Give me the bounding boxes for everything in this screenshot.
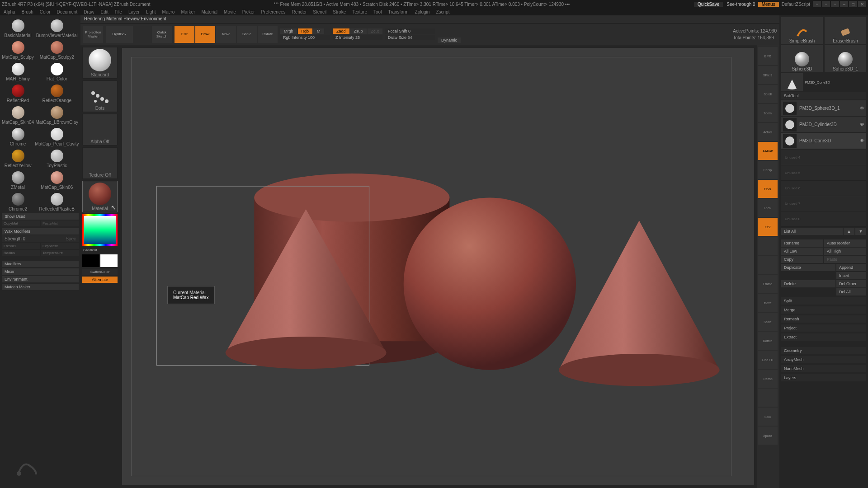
menu-macro[interactable]: Macro xyxy=(162,9,175,14)
menu-zscript[interactable]: Zscript xyxy=(436,9,449,14)
menu-render[interactable]: Render xyxy=(292,9,307,14)
del-other-button[interactable]: Del Other xyxy=(836,280,866,287)
switchcolor-button[interactable]: SwitchColor xyxy=(82,269,118,275)
material-reflectedplasticb[interactable]: ReflectedPlasticB xyxy=(35,191,79,211)
quicksave-button[interactable]: QuickSave xyxy=(694,2,723,7)
split-section[interactable]: Split xyxy=(781,297,866,305)
material-slot[interactable]: Material ↖ xyxy=(82,181,118,212)
material-matcap_skin06[interactable]: MatCap_Skin06 xyxy=(35,169,79,190)
material-bumpviewermaterial[interactable]: BumpViewerMaterial xyxy=(35,17,79,38)
project-section[interactable]: Project xyxy=(781,324,866,332)
append-button[interactable]: Append xyxy=(836,264,866,271)
duplicate-button[interactable]: Duplicate xyxy=(781,264,835,271)
seethrough-slider[interactable]: See-through 0 xyxy=(724,2,758,7)
rdock-spix-3[interactable]: SPix 3 xyxy=(758,66,778,84)
mrgb-button[interactable]: Mrgb xyxy=(280,28,297,34)
rdock-frame[interactable]: Frame xyxy=(758,275,778,293)
material-matcap_pearl_cavity[interactable]: MatCap_Pearl_Cavity xyxy=(35,126,79,146)
menu-color[interactable]: Color xyxy=(40,9,51,14)
dynamic-button[interactable]: Dynamic xyxy=(438,38,461,43)
maximize-icon[interactable]: □ xyxy=(849,1,857,7)
move-button[interactable]: Move xyxy=(216,26,236,43)
rgb-button[interactable]: Rgb xyxy=(298,28,313,34)
material-zmetal[interactable]: ZMetal xyxy=(2,169,34,190)
menu-zplugin[interactable]: Zplugin xyxy=(415,9,430,14)
close-icon[interactable]: ✕ xyxy=(858,1,866,7)
rename-button[interactable]: Rename xyxy=(781,239,823,247)
subtool-item[interactable]: PM3D_Cone3D👁 xyxy=(781,133,866,149)
nanomesh-section[interactable]: NanoMesh xyxy=(781,365,866,372)
strength-slider[interactable]: Strength 0Spec xyxy=(2,235,79,242)
zsub-button[interactable]: Zsub xyxy=(350,28,367,34)
pastemat-button[interactable]: PasteMat xyxy=(41,221,79,226)
delete-button[interactable]: Delete xyxy=(781,280,835,287)
window-btn-1[interactable]: ▫ xyxy=(813,1,821,7)
rdock-aahalf[interactable]: AAHalf xyxy=(758,142,778,160)
stroke-slot[interactable]: Dots xyxy=(82,80,118,112)
menu-layer[interactable]: Layer xyxy=(128,9,140,14)
draw-button[interactable]: Draw xyxy=(195,26,215,43)
rdock-move[interactable]: Move xyxy=(758,294,778,312)
brush-slot[interactable]: Standard xyxy=(82,47,118,79)
show-used-button[interactable]: Show Used xyxy=(2,213,79,220)
material-matcap_skin04[interactable]: MatCap_Skin04 xyxy=(2,104,34,125)
default-zscript[interactable]: DefaultZScript xyxy=(779,2,813,7)
draw-size-slider[interactable]: Draw Size 64 xyxy=(385,35,435,40)
alternate-button[interactable]: Alternate xyxy=(82,277,118,283)
menu-marker[interactable]: Marker xyxy=(181,9,195,14)
material-flat_color[interactable]: Flat_Color xyxy=(35,61,79,81)
rdock-rotate[interactable]: Rotate xyxy=(758,332,778,350)
material-matcap_sculpy[interactable]: MatCap_Sculpy xyxy=(2,39,34,60)
all-high-button[interactable]: All High xyxy=(824,248,866,255)
layers-section[interactable]: Layers xyxy=(781,374,866,381)
viewport[interactable]: Current Material MatCap Red Wax xyxy=(122,48,754,485)
menu-preferences[interactable]: Preferences xyxy=(261,9,286,14)
rdock-scale[interactable]: Scale xyxy=(758,313,778,331)
del-all-button[interactable]: Del All xyxy=(836,288,866,296)
m-button[interactable]: M xyxy=(313,28,324,34)
zcut-button[interactable]: Zcut xyxy=(368,28,383,34)
gradient-label[interactable]: Gradient xyxy=(82,248,118,253)
move-up-icon[interactable]: ▲ xyxy=(844,228,854,235)
minimize-icon[interactable]: ‒ xyxy=(840,1,848,7)
menus-toggle[interactable]: Menus xyxy=(758,2,779,7)
menu-tool[interactable]: Tool xyxy=(373,9,382,14)
material-matcap_lbrownclay[interactable]: MatCap_LBrownClay xyxy=(35,104,79,125)
subtool-item[interactable]: PM3D_Sphere3D_1👁 xyxy=(781,100,866,117)
subtool-header[interactable]: SubTool xyxy=(781,92,866,99)
menu-picker[interactable]: Picker xyxy=(242,9,255,14)
sphere3d-1-tool[interactable]: Sphere3D_1 xyxy=(825,45,866,72)
rdock-btn10[interactable] xyxy=(758,237,778,255)
menu-movie[interactable]: Movie xyxy=(224,9,236,14)
material-matcap_sculpy2[interactable]: MatCap_Sculpy2 xyxy=(35,39,79,60)
texture-slot[interactable]: Texture Off xyxy=(82,147,118,179)
wax-modifiers-header[interactable]: Wax Modifiers xyxy=(2,228,79,235)
material-reflectyellow[interactable]: ReflectYellow xyxy=(2,147,34,168)
material-toyplastic[interactable]: ToyPlastic xyxy=(35,147,79,168)
swatch-black[interactable] xyxy=(82,254,99,267)
visibility-icon[interactable]: 👁 xyxy=(860,106,864,111)
material-chrome2[interactable]: Chrome2 xyxy=(2,191,34,211)
eraserbrush-tool[interactable]: EraserBrush xyxy=(825,17,866,44)
copymat-button[interactable]: CopyMat xyxy=(2,221,40,226)
simplebrush-tool[interactable]: SimpleBrush xyxy=(781,17,823,44)
rdock-persp[interactable]: Persp xyxy=(758,161,778,179)
swatch-white[interactable] xyxy=(100,254,118,267)
insert-button[interactable]: Insert xyxy=(836,272,866,279)
autoreorder-button[interactable]: AutoReorder xyxy=(824,239,866,247)
focal-shift-slider[interactable]: Focal Shift 0 xyxy=(385,28,435,34)
menu-brush[interactable]: Brush xyxy=(22,9,33,14)
geometry-section[interactable]: Geometry xyxy=(781,347,866,354)
menu-light[interactable]: Light xyxy=(146,9,156,14)
rdock-xyz[interactable]: XYZ xyxy=(758,218,778,236)
rdock-floor[interactable]: Floor xyxy=(758,180,778,198)
menu-document[interactable]: Document xyxy=(57,9,78,14)
mixer-section[interactable]: Mixer xyxy=(2,268,79,275)
rgb-intensity-slider[interactable]: Rgb Intensity 100 xyxy=(280,35,330,40)
cone3d-tool[interactable] xyxy=(781,73,803,91)
visibility-icon[interactable]: 👁 xyxy=(860,138,864,143)
menu-material[interactable]: Material xyxy=(202,9,218,14)
all-low-button[interactable]: All Low xyxy=(781,248,823,255)
rdock-scroll[interactable]: Scroll xyxy=(758,85,778,103)
list-all-button[interactable]: List All xyxy=(781,228,843,235)
